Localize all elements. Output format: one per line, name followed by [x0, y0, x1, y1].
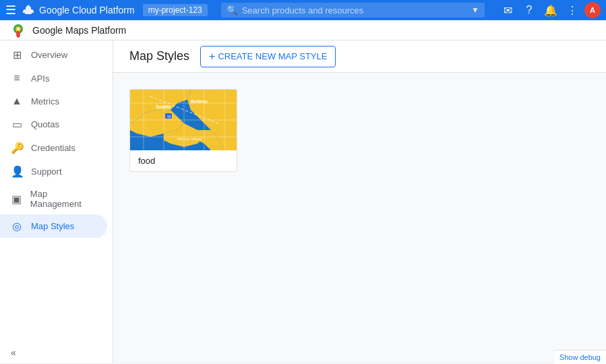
map-thumbnail: Seattle Bellevu Mercer Island 90 — [130, 90, 237, 150]
sidebar-item-map-management[interactable]: ▣ Map Management — [0, 183, 107, 214]
sidebar-label-map-management: Map Management — [30, 189, 96, 209]
svg-point-3 — [17, 28, 20, 30]
sidebar-label-overview: Overview — [31, 50, 67, 60]
apis-icon: ≡ — [11, 72, 23, 84]
content-body: Seattle Bellevu Mercer Island 90 food — [113, 73, 606, 190]
map-thumbnail-svg: Seattle Bellevu Mercer Island 90 — [130, 90, 237, 150]
map-management-icon: ▣ — [11, 193, 22, 206]
sidebar: ⊞ Overview ≡ APIs ▲ Metrics ▭ Quotas 🔑 C… — [0, 40, 113, 363]
show-debug-button[interactable]: Show debug — [554, 350, 606, 363]
credentials-icon: 🔑 — [11, 142, 23, 154]
page-title: Map Styles — [129, 49, 189, 63]
sidebar-label-metrics: Metrics — [31, 96, 59, 107]
search-dropdown-icon[interactable]: ▼ — [471, 5, 479, 15]
google-cloud-logo-icon — [22, 3, 35, 17]
svg-point-2 — [16, 31, 20, 38]
svg-text:Seattle: Seattle — [156, 104, 171, 109]
sidebar-item-metrics[interactable]: ▲ Metrics — [0, 90, 107, 113]
product-title: Google Maps Platform — [32, 25, 126, 36]
sidebar-label-quotas: Quotas — [31, 119, 59, 129]
topbar-logo: Google Cloud Platform — [22, 3, 135, 17]
sidebar-label-credentials: Credentials — [31, 143, 75, 153]
support-icon: 👤 — [11, 165, 23, 178]
sidebar-label-support: Support — [31, 166, 62, 177]
svg-text:90: 90 — [167, 115, 171, 119]
map-styles-icon: ◎ — [11, 220, 23, 233]
email-button[interactable]: ✉ — [498, 1, 517, 20]
more-options-button[interactable]: ⋮ — [563, 1, 582, 20]
search-input[interactable] — [242, 5, 467, 16]
search-icon: 🔍 — [226, 5, 238, 16]
sidebar-label-apis: APIs — [31, 73, 49, 84]
google-maps-logo-icon — [11, 23, 26, 38]
product-bar: Google Maps Platform — [0, 20, 606, 40]
topbar-account[interactable]: my-project-123 — [143, 4, 208, 16]
notifications-button[interactable]: 🔔 — [541, 1, 560, 20]
topbar-actions: ✉ ? 🔔 ⋮ A — [498, 1, 601, 20]
map-style-name: food — [130, 150, 237, 171]
sidebar-item-map-styles[interactable]: ◎ Map Styles — [0, 214, 107, 238]
create-new-map-style-button[interactable]: + CREATE NEW MAP STYLE — [200, 46, 336, 67]
sidebar-item-overview[interactable]: ⊞ Overview — [0, 43, 107, 67]
topbar: ☰ Google Cloud Platform my-project-123 🔍… — [0, 0, 606, 20]
avatar[interactable]: A — [584, 2, 601, 18]
sidebar-item-credentials[interactable]: 🔑 Credentials — [0, 136, 107, 160]
sidebar-collapse[interactable]: « — [0, 342, 113, 363]
create-plus-icon: + — [209, 51, 215, 63]
help-button[interactable]: ? — [520, 1, 539, 20]
main-layout: ⊞ Overview ≡ APIs ▲ Metrics ▭ Quotas 🔑 C… — [0, 40, 606, 363]
metrics-icon: ▲ — [11, 95, 23, 107]
menu-icon[interactable]: ☰ — [5, 3, 16, 18]
svg-text:Bellevu: Bellevu — [191, 99, 208, 104]
sidebar-item-apis[interactable]: ≡ APIs — [0, 67, 107, 90]
sidebar-label-map-styles: Map Styles — [31, 221, 74, 231]
quotas-icon: ▭ — [11, 118, 23, 131]
sidebar-item-quotas[interactable]: ▭ Quotas — [0, 113, 107, 136]
svg-text:Mercer Island: Mercer Island — [177, 137, 202, 141]
topbar-search-bar[interactable]: 🔍 ▼ — [221, 3, 485, 18]
map-style-card[interactable]: Seattle Bellevu Mercer Island 90 food — [129, 89, 237, 172]
sidebar-item-support[interactable]: 👤 Support — [0, 160, 107, 183]
create-btn-label: CREATE NEW MAP STYLE — [218, 51, 327, 61]
overview-icon: ⊞ — [11, 49, 23, 61]
content-header: Map Styles + CREATE NEW MAP STYLE — [113, 40, 606, 73]
topbar-title: Google Cloud Platform — [39, 5, 135, 16]
content-area: Map Styles + CREATE NEW MAP STYLE — [113, 40, 606, 363]
collapse-icon: « — [11, 347, 16, 358]
